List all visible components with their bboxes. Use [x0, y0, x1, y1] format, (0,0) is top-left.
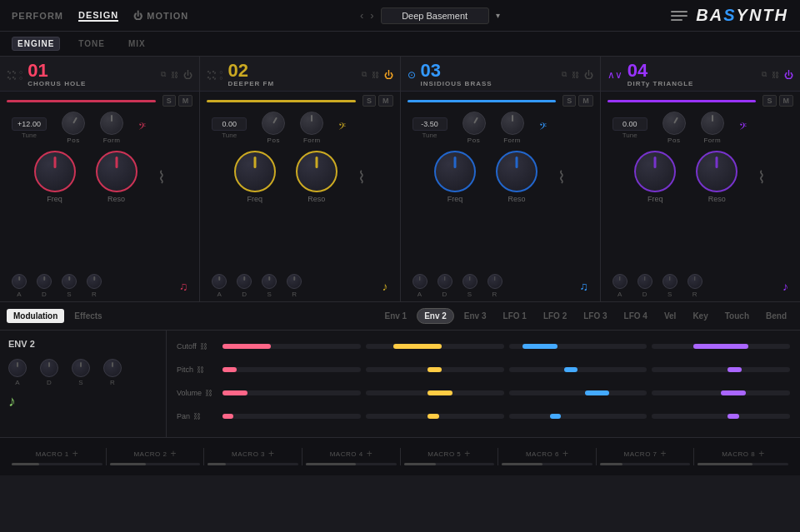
env2-d-knob[interactable] [40, 359, 58, 377]
volume-track-2[interactable] [366, 390, 504, 395]
macro-2-track[interactable] [110, 463, 201, 465]
osc-1-reso-knob[interactable] [96, 151, 138, 192]
tab-perform[interactable]: PERFORM [12, 11, 63, 21]
macro-8-track[interactable] [698, 463, 788, 465]
mod-source-touch[interactable]: Touch [718, 309, 756, 323]
sub-tab-mix[interactable]: MIX [123, 37, 151, 50]
osc-1-form-knob[interactable] [100, 112, 123, 135]
osc-4-mute-button[interactable]: M [779, 95, 794, 107]
macro-5-plus[interactable]: + [464, 448, 470, 460]
osc-2-tune-value[interactable]: 0.00 [212, 117, 247, 131]
macro-1-track[interactable] [12, 463, 102, 465]
mod-source-lfo3[interactable]: LFO 3 [577, 309, 613, 323]
osc-3-tune-value[interactable]: -3.50 [412, 117, 448, 131]
osc-3-form-knob[interactable] [501, 112, 524, 135]
mod-source-lfo1[interactable]: LFO 1 [497, 309, 533, 323]
osc-4-power-button[interactable]: ⏻ [784, 70, 793, 80]
volume-track-1[interactable] [222, 390, 361, 395]
osc-4-solo-button[interactable]: S [762, 95, 776, 107]
osc-2-s-knob[interactable] [262, 274, 277, 289]
osc-2-form-knob[interactable] [300, 112, 323, 135]
macro-4-track[interactable] [306, 463, 397, 465]
osc-2-power-button[interactable]: ⏻ [384, 70, 393, 80]
osc-2-a-knob[interactable] [212, 274, 227, 289]
pitch-track-4[interactable] [652, 367, 790, 372]
osc-1-a-knob[interactable] [12, 274, 27, 289]
cutoff-link-icon[interactable]: ⛓ [200, 342, 208, 351]
osc-3-a-knob[interactable] [412, 274, 428, 289]
osc-3-d-knob[interactable] [438, 274, 452, 289]
preset-name[interactable]: Deep Basement [381, 7, 489, 24]
osc-1-solo-button[interactable]: S [162, 95, 176, 107]
mod-source-env1[interactable]: Env 1 [378, 309, 413, 323]
osc-4-tune-value[interactable]: 0.00 [612, 117, 648, 131]
mod-source-key[interactable]: Key [686, 309, 714, 323]
pan-track-2[interactable] [366, 414, 504, 419]
env2-s-knob[interactable] [72, 359, 90, 377]
mod-tab-effects[interactable]: Effects [68, 309, 108, 323]
osc-3-bird-icon[interactable]: 𝄢 [539, 121, 547, 135]
tab-motion[interactable]: ⏻ MOTION [133, 11, 188, 21]
osc-4-d-knob[interactable] [638, 274, 652, 289]
macro-2-plus[interactable]: + [170, 448, 176, 460]
macro-1-plus[interactable]: + [72, 448, 78, 460]
pan-track-3[interactable] [509, 414, 648, 419]
mod-tab-modulation[interactable]: Modulation [7, 309, 64, 323]
osc-1-copy-icon[interactable]: ⧉ [161, 70, 166, 79]
osc-4-freq-knob[interactable] [634, 151, 676, 192]
osc-2-mute-button[interactable]: M [378, 95, 393, 107]
osc-1-bird-icon[interactable]: 𝄢 [138, 121, 146, 135]
pitch-track-1[interactable] [222, 367, 361, 372]
mod-source-bend[interactable]: Bend [759, 309, 793, 323]
pitch-link-icon[interactable]: ⛓ [197, 365, 204, 374]
osc-3-reso-knob[interactable] [496, 151, 538, 192]
mod-source-lfo2[interactable]: LFO 2 [537, 309, 573, 323]
preset-dropdown-button[interactable]: ▾ [496, 11, 500, 20]
sub-tab-tone[interactable]: TONE [73, 37, 110, 50]
next-preset-button[interactable]: › [370, 9, 373, 22]
tab-design[interactable]: DESIGN [78, 10, 118, 22]
pan-track-1[interactable] [222, 414, 361, 419]
osc-1-link-icon[interactable]: ⛓ [171, 71, 178, 79]
mod-source-env2[interactable]: Env 2 [417, 308, 454, 324]
osc-3-freq-knob[interactable] [434, 151, 476, 192]
volume-link-icon[interactable]: ⛓ [205, 389, 212, 397]
osc-2-d-knob[interactable] [237, 274, 252, 289]
osc-1-d-knob[interactable] [37, 274, 52, 289]
cutoff-track-3[interactable] [509, 344, 648, 349]
osc-1-r-knob[interactable] [87, 274, 102, 289]
osc-4-s-knob[interactable] [662, 274, 678, 289]
osc-1-mute-button[interactable]: M [178, 95, 193, 107]
osc-3-pos-knob[interactable] [462, 112, 486, 135]
osc-3-copy-icon[interactable]: ⧉ [562, 70, 567, 79]
osc-1-tune-value[interactable]: +12.00 [12, 117, 47, 131]
macro-3-plus[interactable]: + [268, 448, 274, 460]
osc-3-power-button[interactable]: ⏻ [584, 70, 593, 80]
osc-1-power-button[interactable]: ⏻ [183, 70, 192, 80]
env2-note-icon[interactable]: ♪ [8, 393, 158, 410]
macro-7-plus[interactable]: + [661, 448, 667, 460]
cutoff-track-4[interactable] [652, 344, 790, 349]
mod-source-vel[interactable]: Vel [658, 309, 682, 323]
osc-3-r-knob[interactable] [488, 274, 502, 289]
pan-track-4[interactable] [652, 414, 790, 419]
pan-link-icon[interactable]: ⛓ [193, 412, 201, 420]
macro-4-plus[interactable]: + [367, 448, 372, 460]
osc-2-pos-knob[interactable] [262, 112, 285, 135]
macro-8-plus[interactable]: + [758, 448, 764, 460]
volume-track-4[interactable] [652, 390, 790, 395]
osc-2-bird-icon[interactable]: 𝄢 [338, 121, 346, 135]
osc-4-reso-knob[interactable] [696, 151, 738, 192]
osc-2-reso-knob[interactable] [296, 151, 338, 192]
osc-4-link-icon[interactable]: ⛓ [772, 71, 779, 79]
macro-7-track[interactable] [600, 463, 691, 465]
pitch-track-2[interactable] [366, 367, 504, 372]
menu-button[interactable] [671, 11, 688, 21]
osc-4-form-knob[interactable] [701, 112, 724, 135]
osc-1-pos-knob[interactable] [62, 112, 85, 135]
mod-source-lfo4[interactable]: LFO 4 [618, 309, 654, 323]
osc-4-a-knob[interactable] [612, 274, 628, 289]
osc-3-s-knob[interactable] [462, 274, 478, 289]
osc-4-r-knob[interactable] [688, 274, 702, 289]
sub-tab-engine[interactable]: ENGINE [12, 37, 60, 51]
